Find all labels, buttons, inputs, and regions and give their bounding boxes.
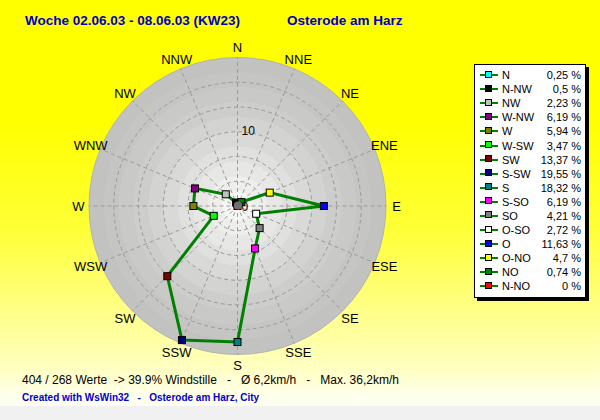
data-marker-s-so: [252, 245, 259, 252]
data-marker-s-sw: [178, 337, 185, 344]
legend-item: SO4,21 %: [480, 209, 581, 223]
legend-square: [485, 240, 492, 247]
compass-label-nw: NW: [114, 86, 136, 101]
legend-square: [485, 226, 492, 233]
compass-label-nnw: NNW: [161, 52, 193, 67]
radial-axis-tick-0: 0: [242, 200, 249, 214]
legend-value: 2,23 %: [547, 97, 581, 109]
legend-square: [485, 127, 492, 134]
legend-value: 0,5 %: [553, 83, 581, 95]
legend-marker-icon: [480, 99, 498, 108]
legend-label: S: [502, 182, 509, 194]
legend-label: SO: [502, 210, 518, 222]
legend-label: N: [502, 69, 510, 81]
legend-value: 0 %: [562, 280, 581, 292]
compass-label-ese: ESE: [371, 259, 397, 274]
data-marker-o: [320, 203, 327, 210]
data-marker-sw: [164, 273, 171, 280]
legend-square: [485, 268, 492, 275]
legend-label: S-SO: [502, 196, 529, 208]
legend-item: S-SW19,55 %: [480, 167, 581, 181]
legend-value: 6,19 %: [547, 196, 581, 208]
legend-square: [485, 183, 492, 190]
footer-credit: Created with WsWin32 - Osterode am Harz,…: [22, 392, 259, 403]
legend-item: O-SO2,72 %: [480, 223, 581, 237]
legend-item: N0,25 %: [480, 68, 581, 82]
legend-square: [485, 113, 492, 120]
legend-label: O-NO: [502, 252, 531, 264]
legend-value: 6,19 %: [547, 111, 581, 123]
legend-square: [485, 99, 492, 106]
legend-square: [485, 141, 492, 148]
legend-value: 13,37 %: [541, 154, 581, 166]
compass-label-ene: ENE: [371, 138, 398, 153]
compass-label-ne: NE: [341, 86, 359, 101]
legend-item: O11,63 %: [480, 237, 581, 251]
legend-square: [485, 254, 492, 261]
legend-marker-icon: [480, 197, 498, 206]
data-marker-nw: [222, 191, 229, 198]
legend-marker-icon: [480, 85, 498, 94]
legend-item: W-NW6,19 %: [480, 110, 581, 124]
legend-value: 2,72 %: [547, 224, 581, 236]
legend-marker-icon: [480, 211, 498, 220]
legend-value: 0,74 %: [547, 266, 581, 278]
compass-label-n: N: [233, 40, 242, 55]
legend-marker-icon: [480, 282, 498, 291]
legend-value: 19,55 %: [541, 168, 581, 180]
legend-marker-icon: [480, 169, 498, 178]
compass-label-e: E: [392, 199, 401, 214]
legend-marker-icon: [480, 113, 498, 122]
data-marker-w-sw: [210, 212, 217, 219]
compass-label-se: SE: [341, 311, 359, 326]
legend-item: N-NW0,5 %: [480, 82, 581, 96]
legend-square: [485, 211, 492, 218]
legend-square: [485, 282, 492, 289]
data-marker-w: [190, 203, 197, 210]
legend-item: N-NO0 %: [480, 279, 581, 293]
legend-marker-icon: [480, 240, 498, 249]
legend-label: NW: [502, 97, 520, 109]
legend-value: 5,94 %: [547, 125, 581, 137]
compass-label-sse: SSE: [285, 345, 311, 360]
legend-rows: N0,25 %N-NW0,5 %NW2,23 %W-NW6,19 %W5,94 …: [480, 68, 581, 294]
compass-label-wnw: WNW: [74, 138, 109, 153]
legend-value: 0,25 %: [547, 69, 581, 81]
legend-label: S-SW: [502, 168, 531, 180]
legend-marker-icon: [480, 127, 498, 136]
legend-value: 3,47 %: [547, 140, 581, 152]
legend-marker-icon: [480, 268, 498, 277]
compass-label-ssw: SSW: [162, 345, 192, 360]
legend-square: [485, 155, 492, 162]
legend-marker-icon: [480, 183, 498, 192]
legend-marker-icon: [480, 71, 498, 80]
legend-label: O: [502, 238, 511, 250]
legend-marker-icon: [480, 155, 498, 164]
radial-axis-tick-10: 10: [242, 124, 256, 138]
legend-label: N-NW: [502, 83, 532, 95]
legend-item: W-SW3,47 %: [480, 138, 581, 152]
legend-label: W-NW: [502, 111, 534, 123]
legend-item: S18,32 %: [480, 181, 581, 195]
data-marker-w-nw: [192, 185, 199, 192]
data-marker-o-no: [266, 189, 273, 196]
legend-label: O-SO: [502, 224, 530, 236]
legend-marker-icon: [480, 226, 498, 235]
legend-label: W: [502, 125, 512, 137]
legend-value: 4,21 %: [547, 210, 581, 222]
legend-item: NW2,23 %: [480, 96, 581, 110]
legend-marker-icon: [480, 254, 498, 263]
compass-label-sw: SW: [115, 311, 137, 326]
legend-label: N-NO: [502, 280, 530, 292]
status-line: 404 / 268 Werte -> 39.9% Windstille - Ø …: [22, 373, 399, 387]
legend: N0,25 %N-NW0,5 %NW2,23 %W-NW6,19 %W5,94 …: [474, 64, 586, 298]
legend-square: [485, 71, 492, 78]
legend-item: NO0,74 %: [480, 265, 581, 279]
legend-label: W-SW: [502, 140, 534, 152]
compass-label-w: W: [72, 199, 85, 214]
legend-marker-icon: [480, 141, 498, 150]
compass-label-wsw: WSW: [74, 259, 108, 274]
legend-label: SW: [502, 154, 520, 166]
legend-square: [485, 169, 492, 176]
legend-label: NO: [502, 266, 519, 278]
